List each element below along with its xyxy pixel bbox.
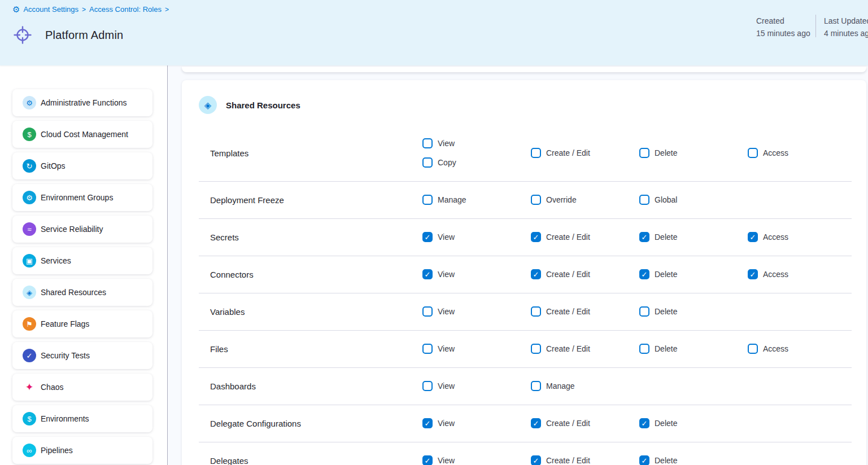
checkbox-unchecked[interactable] [531, 306, 541, 317]
sidebar-item-security-tests[interactable]: ✓Security Tests [12, 342, 152, 369]
sidebar-item-label: Feature Flags [41, 319, 89, 328]
checkbox-templates-copy[interactable]: Copy [422, 157, 531, 168]
checkbox-checked[interactable] [422, 418, 433, 428]
sidebar-item-environment-groups[interactable]: ⚙Environment Groups [12, 184, 152, 211]
checkbox-delegate-configurations-delete[interactable]: Delete [639, 418, 748, 428]
checkbox-unchecked[interactable] [422, 306, 433, 317]
checkbox-unchecked[interactable] [639, 306, 649, 317]
sidebar-item-gitops[interactable]: ↻GitOps [12, 152, 152, 179]
checkbox-unchecked[interactable] [531, 148, 541, 158]
checkbox-secrets-view[interactable]: View [422, 232, 531, 242]
checkbox-checked[interactable] [531, 269, 541, 279]
checkbox-checked[interactable] [531, 418, 541, 428]
checkbox-dashboards-view[interactable]: View [422, 381, 531, 391]
checkbox-templates-delete[interactable]: Delete [639, 148, 748, 158]
sidebar-item-feature-flags[interactable]: ⚑Feature Flags [12, 310, 152, 337]
checkbox-deployment-freeze-manage[interactable]: Manage [422, 195, 531, 205]
checkbox-deployment-freeze-global[interactable]: Global [639, 195, 748, 205]
sidebar-item-label: Services [41, 256, 71, 265]
checkbox-connectors-view[interactable]: View [422, 269, 531, 279]
checkbox-checked[interactable] [422, 455, 433, 465]
checkbox-checked[interactable] [531, 455, 541, 465]
checkbox-label: Copy [438, 158, 456, 167]
checkbox-delegates-view[interactable]: View [422, 455, 531, 465]
checkbox-checked[interactable] [531, 232, 541, 242]
checkbox-unchecked[interactable] [748, 148, 758, 158]
checkbox-secrets-delete[interactable]: Delete [639, 232, 748, 242]
checkbox-connectors-delete[interactable]: Delete [639, 269, 748, 279]
checkbox-connectors-access[interactable]: Access [748, 269, 856, 279]
checkbox-unchecked[interactable] [748, 344, 758, 354]
checkbox-templates-access[interactable]: Access [748, 148, 856, 158]
checkbox-label: Access [763, 270, 788, 279]
checkbox-delegates-delete[interactable]: Delete [639, 455, 748, 465]
updated-meta: Last Updated 4 minutes ago [824, 15, 868, 40]
breadcrumb-separator: > [82, 6, 86, 14]
checkbox-checked[interactable] [748, 232, 758, 242]
meta-divider [815, 15, 816, 37]
checkbox-templates-create-edit[interactable]: Create / Edit [531, 148, 639, 158]
checkbox-checked[interactable] [422, 269, 433, 279]
checkbox-unchecked[interactable] [422, 195, 433, 205]
checkbox-variables-delete[interactable]: Delete [639, 306, 748, 317]
checkbox-label: Delete [655, 456, 677, 465]
checkbox-checked[interactable] [639, 232, 649, 242]
permission-column: Create / Edit [531, 148, 639, 158]
checkbox-unchecked[interactable] [422, 138, 433, 148]
checkbox-checked[interactable] [639, 455, 649, 465]
checkbox-variables-view[interactable]: View [422, 306, 531, 317]
breadcrumb-link-account-settings[interactable]: Account Settings [23, 5, 78, 14]
checkbox-unchecked[interactable] [639, 148, 649, 158]
checkbox-files-access[interactable]: Access [748, 344, 856, 354]
sidebar-item-services[interactable]: ▣Services [12, 247, 152, 274]
sidebar-item-environments[interactable]: $Environments [12, 405, 152, 432]
checkbox-unchecked[interactable] [422, 157, 433, 168]
checkbox-unchecked[interactable] [639, 344, 649, 354]
checkbox-files-view[interactable]: View [422, 344, 531, 354]
checkbox-unchecked[interactable] [531, 344, 541, 354]
services-cube-icon: ▣ [23, 254, 36, 267]
sidebar-item-shared-resources[interactable]: ◈Shared Resources [12, 279, 152, 306]
resource-name: Variables [210, 307, 422, 317]
checkbox-label: Manage [438, 195, 466, 204]
checkbox-delegate-configurations-create-edit[interactable]: Create / Edit [531, 418, 639, 428]
checkbox-dashboards-manage[interactable]: Manage [531, 381, 639, 391]
checkbox-unchecked[interactable] [422, 381, 433, 391]
checkbox-checked[interactable] [422, 232, 433, 242]
checkbox-label: Delete [655, 307, 677, 316]
permission-row-connectors: ConnectorsViewCreate / EditDeleteAccess [182, 256, 866, 293]
sidebar-list: ⚙Administrative Functions$Cloud Cost Man… [0, 89, 167, 464]
sidebar-item-label: Environments [41, 414, 89, 423]
breadcrumb-link-access-control-roles[interactable]: Access Control: Roles [89, 5, 162, 14]
sidebar-item-cloud-cost-management[interactable]: $Cloud Cost Management [12, 121, 152, 148]
sidebar-item-label: Administrative Functions [41, 98, 127, 107]
permission-column: Delete [639, 344, 748, 354]
checkbox-files-delete[interactable]: Delete [639, 344, 748, 354]
checkbox-checked[interactable] [639, 269, 649, 279]
sidebar-item-pipelines[interactable]: ∞Pipelines [12, 437, 152, 464]
checkbox-templates-view[interactable]: View [422, 138, 531, 148]
permission-column: View [422, 418, 531, 428]
checkbox-secrets-access[interactable]: Access [748, 232, 856, 242]
permission-column: Delete [639, 455, 748, 465]
permission-column: Access [748, 344, 856, 354]
checkbox-files-create-edit[interactable]: Create / Edit [531, 344, 639, 354]
checkbox-deployment-freeze-override[interactable]: Override [531, 195, 639, 205]
permission-column: Access [748, 148, 856, 158]
checkbox-delegates-create-edit[interactable]: Create / Edit [531, 455, 639, 465]
checkbox-delegate-configurations-view[interactable]: View [422, 418, 531, 428]
checkbox-unchecked[interactable] [531, 381, 541, 391]
environment-groups-icon: ⚙ [23, 191, 36, 204]
sidebar-item-chaos[interactable]: ✦Chaos [12, 374, 152, 401]
content-area: ⚙Administrative Functions$Cloud Cost Man… [0, 65, 868, 465]
checkbox-connectors-create-edit[interactable]: Create / Edit [531, 269, 639, 279]
sidebar-item-service-reliability[interactable]: ≈Service Reliability [12, 216, 152, 243]
checkbox-checked[interactable] [748, 269, 758, 279]
checkbox-secrets-create-edit[interactable]: Create / Edit [531, 232, 639, 242]
checkbox-checked[interactable] [639, 418, 649, 428]
checkbox-unchecked[interactable] [639, 195, 649, 205]
checkbox-unchecked[interactable] [422, 344, 433, 354]
sidebar-item-administrative-functions[interactable]: ⚙Administrative Functions [12, 89, 152, 116]
checkbox-unchecked[interactable] [531, 195, 541, 205]
checkbox-variables-create-edit[interactable]: Create / Edit [531, 306, 639, 317]
